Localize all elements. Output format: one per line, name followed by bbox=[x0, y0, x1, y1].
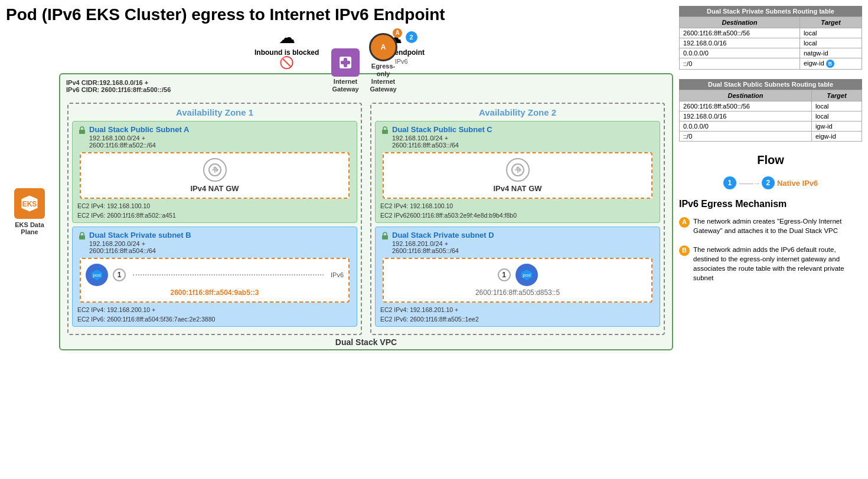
note-a: A The network admin creates "Egress-Only… bbox=[679, 216, 862, 235]
igw-container: InternetGateway bbox=[331, 48, 360, 93]
vpc-container: IPv4 CIDR:192.168.0.0/16 + IPv6 CIDR: 26… bbox=[59, 73, 673, 350]
az1-private-ec2-ipv6: EC2 IPv6: 2600:1f16:8ff:a504:5f36:7aec:2… bbox=[77, 316, 352, 323]
az1-nat-icon bbox=[203, 158, 227, 182]
ipv6-mid-label: IPv6 bbox=[331, 271, 344, 278]
eigw-label: Egress-onlyInternetGateway bbox=[366, 63, 401, 94]
az1-nat-label: IPv4 NAT GW bbox=[190, 184, 239, 193]
az2-pod-icon: pod bbox=[515, 264, 538, 286]
az2-public-subnet-name: Dual Stack Public Subnet C bbox=[392, 125, 492, 134]
flow-step1: 1 bbox=[723, 176, 736, 189]
public-target-3: eigw-id bbox=[811, 132, 862, 142]
public-dest-0: 2600:1f16:8ff:a500::/56 bbox=[680, 101, 812, 111]
public-dest-3: ::/0 bbox=[680, 132, 812, 142]
az1-pod-icon: pod bbox=[86, 264, 108, 286]
lock-icon-az2-public bbox=[380, 125, 390, 134]
az-row: Availability Zone 1 Dual Stack Public Su… bbox=[65, 103, 667, 335]
az2-step1-badge: 1 bbox=[498, 268, 511, 281]
public-target-0: local bbox=[811, 101, 862, 111]
flow-step2: 2 bbox=[762, 176, 775, 189]
az2-private-subnet: Dual Stack Private subnet D 192.168.201.… bbox=[375, 227, 660, 327]
public-table-row: 2600:1f16:8ff:a500::/56local bbox=[680, 101, 862, 111]
public-table-title: Dual Stack Public Subnets Routing table bbox=[679, 79, 862, 90]
public-table-row: 0.0.0.0/0igw-id bbox=[680, 122, 862, 132]
public-dest-2: 0.0.0.0/0 bbox=[680, 122, 812, 132]
az2-private-cidr4: 192.168.201.0/24 + bbox=[392, 240, 655, 247]
az2-ec2-ipv6: EC2 IPv62600:1f16:8ff:a503:2e9f:4e8d:b9b… bbox=[380, 212, 655, 219]
note-b: B The network admin adds the IPv6 defaul… bbox=[679, 245, 862, 283]
private-table-row: 2600:1f16:8ff:a500::/56local bbox=[680, 28, 862, 38]
gateway-area: InternetGateway A A bbox=[331, 33, 401, 94]
lock-icon-az2-private bbox=[380, 231, 390, 240]
az2-public-cidr6: 2600:1f16:8ff:a503::/64 bbox=[392, 142, 655, 149]
ipv4-cidr: IPv4 CIDR:192.168.0.0/16 + bbox=[66, 79, 171, 86]
az1-public-subnet-name: Dual Stack Public Subnet A bbox=[89, 125, 189, 134]
private-dest-1: 192.168.0.0/16 bbox=[680, 38, 800, 48]
svg-rect-7 bbox=[79, 130, 85, 134]
private-target-0: local bbox=[800, 28, 862, 38]
az2-ec2-ipv4: EC2 IPv4: 192.168.100.10 bbox=[380, 202, 655, 209]
private-table-row: 192.168.0.0/16local bbox=[680, 38, 862, 48]
az2-private-ec2-ipv4: EC2 IPv4: 192.168.201.10 + bbox=[380, 306, 655, 313]
note-a-text: The network admin creates "Egress-Only I… bbox=[693, 216, 862, 235]
az1-private-subnet: Dual Stack Private subnet B 192.168.200.… bbox=[72, 227, 357, 327]
ipv6-cidr: IPv6 CIDR: 2600:1f16:8ff:a500::/56 bbox=[66, 86, 171, 93]
az1-step1-badge: 1 bbox=[113, 268, 126, 281]
flow-row: 1 ···············→ 2 Native IPv6 bbox=[679, 176, 862, 189]
az2-public-cidr4: 192.168.101.0/24 + bbox=[392, 134, 655, 142]
public-table-row: ::/0eigw-id bbox=[680, 132, 862, 142]
lock-icon-az1-private bbox=[77, 231, 87, 240]
az1-ec2-ipv4: EC2 IPv4: 192.168.100.10 bbox=[77, 202, 352, 209]
az1-pod-ipv6: 2600:1f16:8ff:a504:9ab5::3 bbox=[170, 288, 259, 297]
lock-icon-az1-public bbox=[77, 125, 87, 134]
flow-title: Flow bbox=[679, 153, 862, 167]
public-routing-table: Dual Stack Public Subnets Routing table … bbox=[679, 79, 862, 142]
public-table-row: 192.168.0.0/16local bbox=[680, 111, 862, 122]
igw-label: InternetGateway bbox=[332, 78, 358, 93]
badge-b-note: B bbox=[679, 245, 690, 256]
az1-nat-box: IPv4 NAT GW bbox=[80, 152, 350, 199]
svg-text:pod: pod bbox=[523, 273, 530, 278]
az1-private-subnet-name: Dual Stack Private subnet B bbox=[89, 231, 191, 240]
az1-private-title: Dual Stack Private subnet B bbox=[77, 231, 352, 240]
inbound-cloud: ☁ Inbound is blocked 🚫 bbox=[254, 28, 319, 70]
az1-public-cidr4: 192.168.100.0/24 + bbox=[89, 134, 352, 142]
blocked-sign: 🚫 bbox=[279, 55, 294, 70]
az2-private-subnet-name: Dual Stack Private subnet D bbox=[392, 231, 494, 240]
az2-nat-icon bbox=[506, 158, 530, 182]
flow-label: Native IPv6 bbox=[777, 179, 818, 188]
az1-container: Availability Zone 1 Dual Stack Public Su… bbox=[67, 103, 362, 335]
private-target-2: natgw-id bbox=[800, 48, 862, 58]
page: Pod (IPv6 EKS Cluster) egress to Interne… bbox=[0, 0, 868, 356]
private-target-3: eigw-id B bbox=[800, 58, 862, 70]
az2-container: Availability Zone 2 Dual Stack Public Su… bbox=[370, 103, 665, 335]
az1-ec2-ipv6: EC2 IPv6: 2600:1f16:8ff:a502::a451 bbox=[77, 212, 352, 219]
num2-badge-top: 2 bbox=[406, 31, 417, 43]
public-target-1: local bbox=[811, 111, 862, 122]
az1-public-title: Dual Stack Public Subnet A bbox=[77, 125, 352, 134]
private-target-header: Target bbox=[800, 17, 862, 28]
az1-public-cidr6: 2600:1f16:8ff:a502::/64 bbox=[89, 142, 352, 149]
az1-pod-row: pod 1 IPv6 bbox=[86, 264, 344, 286]
private-dest-3: ::/0 bbox=[680, 58, 800, 70]
az2-title: Availability Zone 2 bbox=[375, 107, 660, 117]
private-table-title: Dual Stack Private Subnets Routing table bbox=[679, 6, 862, 17]
az2-private-ec2-ipv6: EC2 IPv6: 2600:1f16:8ff:a505::1ee2 bbox=[380, 316, 655, 323]
az2-pod-box: 1 pod 2600:1f16:8ff:a505:d853::5 bbox=[383, 258, 652, 303]
private-dest-0: 2600:1f16:8ff:a500::/56 bbox=[680, 28, 800, 38]
private-table-row: ::/0eigw-id B bbox=[680, 58, 862, 70]
flow-dots: ···············→ bbox=[739, 179, 759, 188]
public-target-header: Target bbox=[811, 90, 862, 101]
az2-public-title: Dual Stack Public Subnet C bbox=[380, 125, 655, 134]
igw-icon bbox=[331, 48, 360, 77]
az1-title: Availability Zone 1 bbox=[72, 107, 357, 117]
az2-private-title: Dual Stack Private subnet D bbox=[380, 231, 655, 240]
private-table-row: 0.0.0.0/0natgw-id bbox=[680, 48, 862, 58]
az2-public-subnet: Dual Stack Public Subnet C 192.168.101.0… bbox=[375, 121, 660, 223]
az2-private-cidr6: 2600:1f16:8ff:a505::/64 bbox=[392, 247, 655, 254]
az1-pod-box: pod 1 IPv6 2600:1f16:8ff:a504:9ab5::3 bbox=[80, 258, 350, 303]
public-target-2: igw-id bbox=[811, 122, 862, 132]
svg-text:EKS: EKS bbox=[22, 200, 37, 208]
eigw-container: A A Egress-onlyInternetGateway bbox=[366, 33, 401, 94]
vpc-cidr-labels: IPv4 CIDR:192.168.0.0/16 + IPv6 CIDR: 26… bbox=[66, 79, 171, 93]
private-dest-header: Destination bbox=[680, 17, 800, 28]
